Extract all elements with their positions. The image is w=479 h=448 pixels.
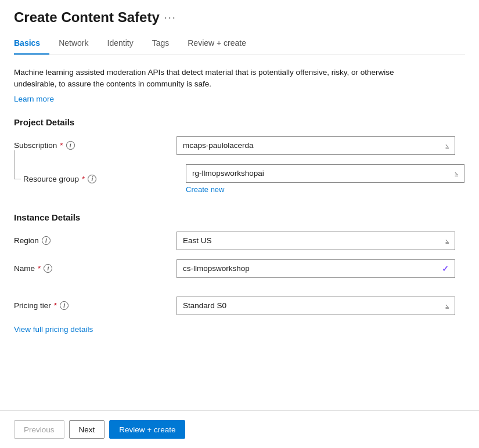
name-info-icon[interactable]: i: [44, 264, 52, 273]
subscription-info-icon[interactable]: i: [66, 141, 75, 150]
instance-details-title: Instance Details: [14, 212, 465, 222]
subscription-label: Subscription: [14, 141, 57, 150]
create-new-link[interactable]: Create new: [186, 185, 465, 194]
tab-network[interactable]: Network: [49, 32, 98, 55]
pricing-section: Pricing tier * i Standard S0 ⦥ View full…: [14, 297, 465, 348]
name-check-icon: ✓: [442, 264, 449, 273]
region-value: East US: [183, 236, 212, 245]
pricing-chevron-icon: ⦥: [445, 302, 449, 309]
resource-group-label-group: Resource group * i: [23, 175, 186, 183]
resource-group-value: rg-llmopsworkshopai: [192, 169, 264, 178]
region-label: Region: [14, 236, 39, 245]
pricing-value: Standard S0: [183, 301, 226, 310]
tab-identity[interactable]: Identity: [98, 32, 143, 55]
tab-navigation: Basics Network Identity Tags Review + cr…: [14, 32, 465, 55]
resource-group-control: rg-llmopsworkshopai ⦥ Create new: [186, 164, 465, 194]
footer: Previous Next Review + create: [0, 410, 479, 448]
pricing-row: Pricing tier * i Standard S0 ⦥: [14, 297, 465, 315]
name-label-group: Name * i: [14, 264, 177, 273]
resource-group-label: Resource group: [23, 175, 79, 183]
pricing-control: Standard S0 ⦥: [177, 297, 465, 315]
name-control: cs-llmopsworkshop ✓: [177, 259, 465, 278]
name-dropdown[interactable]: cs-llmopsworkshop ✓: [177, 259, 455, 278]
subscription-value: mcaps-paulolacerda: [183, 141, 254, 150]
subscription-label-group: Subscription * i: [14, 141, 177, 150]
pricing-required: *: [54, 301, 57, 310]
resource-group-row: Resource group * i rg-llmopsworkshopai ⦥…: [14, 164, 465, 194]
subscription-required: *: [60, 141, 63, 150]
pricing-info-icon[interactable]: i: [60, 301, 69, 310]
page-header: Create Content Safety ··· Basics Network…: [0, 0, 479, 55]
region-label-group: Region i: [14, 236, 177, 245]
region-dropdown[interactable]: East US ⦥: [177, 232, 455, 250]
ellipsis-menu-icon[interactable]: ···: [164, 12, 177, 24]
region-row: Region i East US ⦥: [14, 232, 465, 250]
subscription-chevron-icon: ⦥: [445, 142, 449, 149]
tab-review-create[interactable]: Review + create: [178, 32, 255, 55]
subscription-dropdown[interactable]: mcaps-paulolacerda ⦥: [177, 136, 455, 155]
resource-group-required: *: [82, 175, 85, 183]
name-required: *: [38, 264, 41, 273]
instance-details-section: Instance Details Region i East US ⦥ Name: [14, 212, 465, 278]
resource-group-chevron-icon: ⦥: [455, 169, 458, 177]
region-control: East US ⦥: [177, 232, 465, 250]
subscription-row: Subscription * i mcaps-paulolacerda ⦥: [14, 136, 465, 155]
previous-button[interactable]: Previous: [14, 420, 64, 439]
resource-group-info-icon[interactable]: i: [88, 175, 96, 183]
region-info-icon[interactable]: i: [42, 236, 51, 245]
pricing-details-link[interactable]: View full pricing details: [14, 325, 93, 334]
learn-more-link[interactable]: Learn more: [14, 95, 54, 103]
project-details-title: Project Details: [14, 117, 465, 127]
name-value: cs-llmopsworkshop: [183, 264, 250, 273]
region-chevron-icon: ⦥: [445, 237, 449, 244]
name-label: Name: [14, 264, 35, 273]
tab-basics[interactable]: Basics: [14, 32, 49, 55]
review-create-button[interactable]: Review + create: [109, 420, 185, 439]
subscription-control: mcaps-paulolacerda ⦥: [177, 136, 465, 155]
main-content: Machine learning assisted moderation API…: [0, 55, 479, 410]
resource-group-dropdown[interactable]: rg-llmopsworkshopai ⦥: [186, 164, 464, 183]
next-button[interactable]: Next: [69, 420, 105, 439]
description-text: Machine learning assisted moderation API…: [14, 67, 438, 91]
project-details-section: Project Details Subscription * i mcaps-p…: [14, 117, 465, 194]
page-title: Create Content Safety: [14, 9, 160, 26]
pricing-dropdown[interactable]: Standard S0 ⦥: [177, 297, 455, 315]
pricing-label-group: Pricing tier * i: [14, 301, 177, 310]
name-row: Name * i cs-llmopsworkshop ✓: [14, 259, 465, 278]
pricing-label: Pricing tier: [14, 301, 51, 310]
tab-tags[interactable]: Tags: [143, 32, 179, 55]
